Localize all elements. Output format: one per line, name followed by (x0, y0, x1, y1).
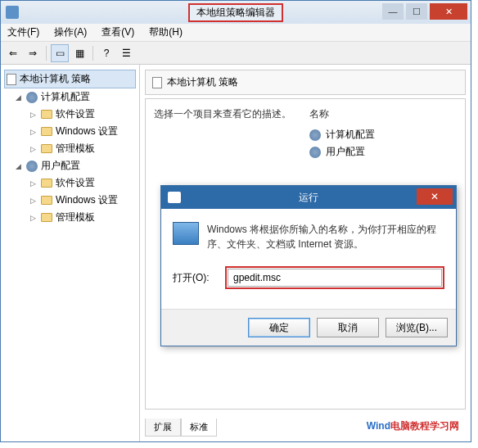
tab-extended[interactable]: 扩展 (145, 419, 181, 437)
run-icon (173, 222, 199, 245)
list-item[interactable]: 用户配置 (309, 143, 457, 161)
folder-icon (41, 127, 52, 136)
run-title-icon (168, 192, 181, 203)
open-input[interactable] (228, 269, 442, 287)
back-button[interactable]: ⇐ (4, 44, 22, 62)
caret-icon: ▷ (30, 214, 38, 222)
tree-admin-templates[interactable]: ▷ 管理模板 (4, 140, 136, 157)
folder-icon (41, 110, 52, 119)
column-name[interactable]: 名称 (309, 107, 457, 121)
dialog-close-button[interactable]: ✕ (417, 188, 453, 205)
view-tabs: 扩展 标准 (145, 419, 217, 437)
window-title: 本地组策略编辑器 (188, 3, 283, 22)
export-button[interactable]: ▦ (70, 44, 88, 62)
tree-root-label: 本地计算机 策略 (20, 72, 91, 86)
run-dialog: 运行 ✕ Windows 将根据你所输入的名称，为你打开相应的程序、文件夹、文档… (160, 185, 457, 346)
tree-software-settings[interactable]: ▷ 软件设置 (4, 106, 136, 123)
ok-button[interactable]: 确定 (248, 318, 310, 337)
properties-button[interactable]: ☰ (117, 44, 135, 62)
tree-root[interactable]: 本地计算机 策略 (4, 70, 136, 88)
tree-windows-settings-2[interactable]: ▷ Windows 设置 (4, 192, 136, 209)
menubar: 文件(F) 操作(A) 查看(V) 帮助(H) (1, 24, 471, 42)
close-button[interactable]: ✕ (430, 3, 467, 20)
dialog-description: Windows 将根据你所输入的名称，为你打开相应的程序、文件夹、文档或 Int… (207, 222, 444, 251)
minimize-button[interactable]: — (382, 3, 404, 20)
tree-panel: 本地计算机 策略 ◢ 计算机配置 ▷ 软件设置 ▷ Windows 设置 ▷ 管… (1, 65, 140, 441)
caret-icon: ▷ (30, 145, 38, 153)
menu-action[interactable]: 操作(A) (54, 25, 87, 39)
caret-icon: ▷ (30, 111, 38, 119)
caret-icon: ▷ (30, 179, 38, 188)
caret-icon: ◢ (16, 162, 23, 170)
policy-icon (152, 77, 162, 88)
tree-user-config[interactable]: ◢ 用户配置 (4, 157, 136, 174)
folder-icon (41, 213, 52, 222)
watermark: Wind电脑教程学习网 (367, 418, 459, 433)
caret-icon: ▷ (30, 128, 38, 136)
tree-windows-settings[interactable]: ▷ Windows 设置 (4, 123, 136, 140)
gear-icon (26, 92, 38, 103)
tab-standard[interactable]: 标准 (181, 419, 217, 437)
help-button[interactable]: ? (97, 44, 115, 62)
menu-file[interactable]: 文件(F) (7, 25, 39, 39)
browse-button[interactable]: 浏览(B)... (386, 318, 448, 337)
toolbar: ⇐ ⇒ ▭ ▦ ? ☰ (1, 42, 471, 65)
folder-icon (41, 196, 52, 205)
gear-icon (26, 161, 38, 172)
open-label: 打开(O): (173, 271, 219, 285)
dialog-title: 运行 (299, 191, 318, 205)
menu-help[interactable]: 帮助(H) (149, 25, 183, 39)
dialog-titlebar[interactable]: 运行 ✕ (161, 186, 456, 209)
cancel-button[interactable]: 取消 (317, 318, 379, 337)
gear-icon (309, 129, 321, 141)
policy-icon (7, 74, 16, 85)
tree-software-settings-2[interactable]: ▷ 软件设置 (4, 174, 136, 192)
folder-icon (41, 179, 52, 188)
input-highlight (225, 266, 444, 289)
tree-admin-templates-2[interactable]: ▷ 管理模板 (4, 209, 136, 226)
gear-icon (309, 147, 321, 158)
content-header: 本地计算机 策略 (145, 70, 466, 95)
titlebar[interactable]: 本地组策略编辑器 — ☐ ✕ (1, 1, 471, 24)
forward-button[interactable]: ⇒ (24, 44, 42, 62)
tree-computer-config[interactable]: ◢ 计算机配置 (4, 88, 136, 106)
caret-icon: ▷ (30, 197, 38, 205)
menu-view[interactable]: 查看(V) (101, 25, 134, 39)
app-icon (6, 6, 19, 19)
show-hide-tree-button[interactable]: ▭ (51, 44, 69, 62)
caret-icon: ◢ (16, 93, 23, 102)
list-item[interactable]: 计算机配置 (309, 126, 457, 143)
folder-icon (41, 144, 52, 153)
maximize-button[interactable]: ☐ (406, 3, 427, 20)
